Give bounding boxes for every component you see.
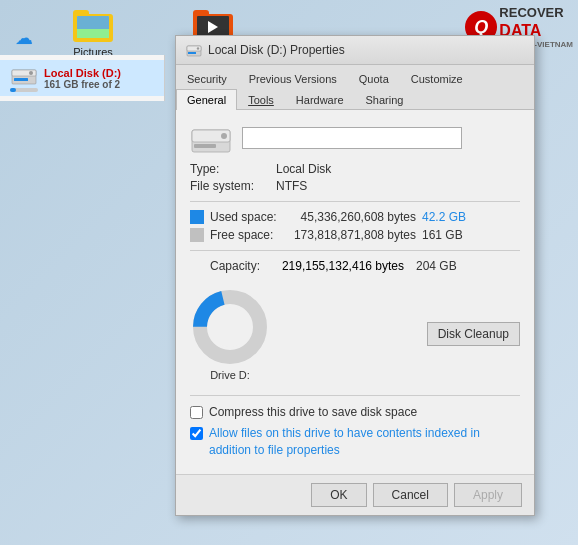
tab-tools[interactable]: Tools bbox=[237, 89, 285, 110]
properties-dialog: Local Disk (D:) Properties Security Prev… bbox=[175, 35, 535, 516]
type-row: Type: Local Disk bbox=[190, 162, 520, 176]
svg-point-14 bbox=[210, 307, 250, 347]
divider-3 bbox=[190, 395, 520, 396]
svg-rect-7 bbox=[188, 52, 196, 54]
filesystem-row: File system: NTFS bbox=[190, 179, 520, 193]
compress-checkbox[interactable] bbox=[190, 406, 203, 419]
local-disk-free: 161 GB free of 2 bbox=[44, 79, 121, 90]
compress-checkbox-row: Compress this drive to save disk space bbox=[190, 404, 520, 421]
filesystem-label: File system: bbox=[190, 179, 270, 193]
dialog-titlebar: Local Disk (D:) Properties bbox=[176, 36, 534, 65]
index-label: Allow files on this drive to have conten… bbox=[209, 425, 520, 459]
desktop-icon-pictures[interactable]: Pictures bbox=[73, 10, 113, 58]
svg-point-6 bbox=[197, 47, 199, 49]
tab-customize[interactable]: Customize bbox=[400, 68, 474, 89]
tab-previous-versions[interactable]: Previous Versions bbox=[238, 68, 348, 89]
tab-hardware[interactable]: Hardware bbox=[285, 89, 355, 110]
svg-point-10 bbox=[221, 133, 227, 139]
dialog-content: Type: Local Disk File system: NTFS Used … bbox=[176, 110, 534, 474]
capacity-row: Capacity: 219,155,132,416 bytes 204 GB bbox=[210, 259, 520, 273]
capacity-label: Capacity: bbox=[210, 259, 268, 273]
free-indicator bbox=[190, 228, 204, 242]
free-bytes: 173,818,871,808 bytes bbox=[286, 228, 416, 242]
disk-chart-area: Drive D: bbox=[190, 287, 270, 381]
svg-rect-3 bbox=[14, 78, 28, 81]
type-label: Type: bbox=[190, 162, 270, 176]
drive-label: Drive D: bbox=[210, 369, 250, 381]
type-value: Local Disk bbox=[276, 162, 331, 176]
desktop: Q RECOVER DATA SERVICE-VIETNAM ☁ Pi bbox=[0, 0, 578, 545]
divider-1 bbox=[190, 201, 520, 202]
used-bytes: 45,336,260,608 bytes bbox=[286, 210, 416, 224]
tab-quota[interactable]: Quota bbox=[348, 68, 400, 89]
apply-button[interactable]: Apply bbox=[454, 483, 522, 507]
onedrive-icon: ☁ bbox=[15, 27, 33, 49]
explorer-pane: Local Disk (D:) 161 GB free of 2 bbox=[0, 55, 165, 101]
free-size: 161 GB bbox=[422, 228, 463, 242]
logo-recover: RECOVER bbox=[499, 5, 573, 21]
capacity-size: 204 GB bbox=[416, 259, 457, 273]
tabs-row-1: Security Previous Versions Quota Customi… bbox=[176, 65, 534, 88]
capacity-bytes: 219,155,132,416 bytes bbox=[274, 259, 404, 273]
local-disk-icon bbox=[10, 64, 38, 86]
disk-image bbox=[190, 122, 232, 154]
divider-2 bbox=[190, 250, 520, 251]
used-space-row: Used space: 45,336,260,608 bytes 42.2 GB bbox=[190, 210, 520, 224]
tab-general[interactable]: General bbox=[176, 89, 237, 110]
svg-point-2 bbox=[29, 71, 33, 75]
tab-security[interactable]: Security bbox=[176, 68, 238, 89]
cancel-button[interactable]: Cancel bbox=[373, 483, 448, 507]
tab-sharing[interactable]: Sharing bbox=[355, 89, 415, 110]
used-indicator bbox=[190, 210, 204, 224]
free-space-row: Free space: 173,818,871,808 bytes 161 GB bbox=[190, 228, 520, 242]
index-checkbox[interactable] bbox=[190, 427, 203, 440]
svg-rect-11 bbox=[194, 144, 216, 148]
pictures-folder-icon bbox=[73, 10, 113, 42]
filesystem-value: NTFS bbox=[276, 179, 307, 193]
space-section: Used space: 45,336,260,608 bytes 42.2 GB… bbox=[190, 210, 520, 242]
dialog-title-icon bbox=[186, 42, 202, 58]
disk-cleanup-button[interactable]: Disk Cleanup bbox=[427, 322, 520, 346]
explorer-local-disk[interactable]: Local Disk (D:) 161 GB free of 2 bbox=[0, 60, 164, 96]
dialog-title: Local Disk (D:) Properties bbox=[208, 43, 524, 57]
disk-donut-chart bbox=[190, 287, 270, 367]
used-size: 42.2 GB bbox=[422, 210, 466, 224]
used-label: Used space: bbox=[210, 210, 280, 224]
ok-button[interactable]: OK bbox=[311, 483, 366, 507]
drive-name-input[interactable] bbox=[242, 127, 462, 149]
local-disk-label: Local Disk (D:) bbox=[44, 67, 121, 79]
dialog-footer: OK Cancel Apply bbox=[176, 474, 534, 515]
compress-label: Compress this drive to save disk space bbox=[209, 404, 417, 421]
index-checkbox-row: Allow files on this drive to have conten… bbox=[190, 425, 520, 459]
tabs-row-2: General Tools Hardware Sharing bbox=[176, 88, 534, 110]
free-label: Free space: bbox=[210, 228, 280, 242]
